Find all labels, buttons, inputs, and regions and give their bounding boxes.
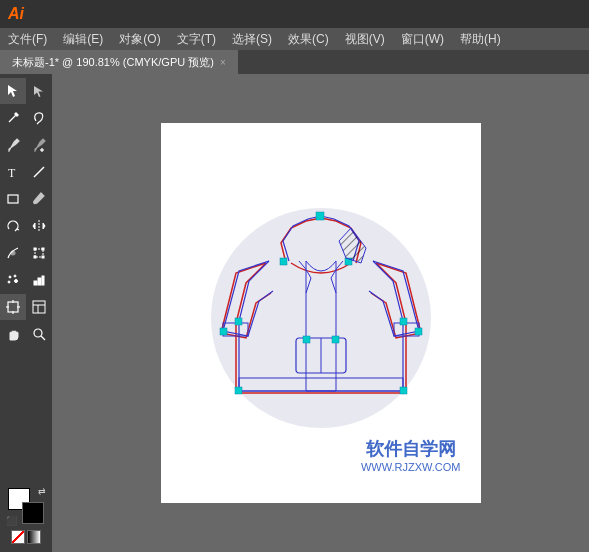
svg-rect-29 [33, 301, 45, 313]
svg-rect-47 [235, 387, 242, 394]
svg-point-34 [211, 208, 431, 428]
svg-rect-23 [42, 276, 44, 285]
svg-rect-45 [220, 328, 227, 335]
lasso-tool[interactable] [26, 105, 52, 131]
svg-point-18 [14, 275, 16, 277]
svg-point-20 [15, 280, 18, 283]
direct-selection-tool[interactable] [26, 78, 52, 104]
hand-tool[interactable] [0, 321, 26, 347]
menu-item[interactable]: 效果(C) [280, 29, 337, 50]
menu-bar: 文件(F)编辑(E)对象(O)文字(T)选择(S)效果(C)视图(V)窗口(W)… [0, 28, 589, 50]
reset-colors-icon[interactable]: ⬛ [6, 516, 17, 526]
menu-item[interactable]: 窗口(W) [393, 29, 452, 50]
title-bar: Ai [0, 0, 589, 28]
svg-rect-14 [42, 248, 44, 250]
svg-point-32 [34, 329, 42, 337]
add-anchor-tool[interactable] [26, 132, 52, 158]
svg-text:T: T [8, 166, 16, 179]
menu-item[interactable]: 文件(F) [0, 29, 55, 50]
svg-point-17 [9, 276, 11, 278]
color-mode-button[interactable] [11, 530, 25, 544]
canvas-area: 软件自学网 WWW.RJZXW.COM [52, 74, 589, 552]
menu-item[interactable]: 对象(O) [111, 29, 168, 50]
svg-rect-22 [38, 278, 41, 285]
artboard-tool[interactable] [0, 294, 26, 320]
watermark-text: 软件自学网 [361, 437, 461, 461]
stroke-fill-area[interactable]: ⇄ ⬛ [8, 488, 44, 524]
tab-bar: 未标题-1* @ 190.81% (CMYK/GPU 预览) × [0, 50, 589, 74]
slice-tool[interactable] [26, 294, 52, 320]
svg-point-19 [8, 281, 10, 283]
paintbrush-tool[interactable] [26, 186, 52, 212]
main-area: T [0, 74, 589, 552]
color-area: ⇄ ⬛ [8, 488, 44, 544]
menu-item[interactable]: 帮助(H) [452, 29, 509, 50]
svg-rect-7 [8, 195, 18, 203]
menu-item[interactable]: 编辑(E) [55, 29, 111, 50]
tab-label: 未标题-1* @ 190.81% (CMYK/GPU 预览) [12, 55, 214, 70]
column-graph-tool[interactable] [26, 267, 52, 293]
svg-rect-24 [8, 302, 18, 312]
zoom-tool[interactable] [26, 321, 52, 347]
svg-rect-44 [400, 318, 407, 325]
svg-marker-10 [43, 223, 45, 229]
svg-rect-46 [415, 328, 422, 335]
gradient-mode-button[interactable] [27, 530, 41, 544]
svg-rect-43 [235, 318, 242, 325]
svg-line-6 [34, 167, 44, 177]
tab-close-button[interactable]: × [220, 57, 226, 68]
menu-item[interactable]: 视图(V) [337, 29, 393, 50]
watermark: 软件自学网 WWW.RJZXW.COM [361, 437, 461, 473]
svg-rect-50 [332, 336, 339, 343]
symbol-sprayer-tool[interactable] [0, 267, 26, 293]
type-tool[interactable]: T [0, 159, 26, 185]
svg-rect-48 [400, 387, 407, 394]
svg-marker-0 [8, 85, 17, 97]
color-modes [11, 530, 41, 544]
selection-tool[interactable] [0, 78, 26, 104]
reflect-tool[interactable] [26, 213, 52, 239]
svg-rect-41 [280, 258, 287, 265]
svg-rect-16 [42, 256, 44, 258]
svg-marker-9 [33, 223, 35, 229]
swap-colors-icon[interactable]: ⇄ [38, 486, 46, 496]
magic-wand-tool[interactable] [0, 105, 26, 131]
active-tab[interactable]: 未标题-1* @ 190.81% (CMYK/GPU 预览) × [0, 50, 238, 74]
artboard: 软件自学网 WWW.RJZXW.COM [161, 123, 481, 503]
free-transform-tool[interactable] [26, 240, 52, 266]
menu-item[interactable]: 选择(S) [224, 29, 280, 50]
svg-rect-15 [34, 256, 36, 258]
watermark-url: WWW.RJZXW.COM [361, 461, 461, 473]
svg-point-11 [11, 251, 15, 255]
svg-rect-40 [316, 212, 324, 220]
svg-marker-1 [34, 86, 43, 97]
rectangle-tool[interactable] [0, 186, 26, 212]
svg-rect-13 [34, 248, 36, 250]
warp-tool[interactable] [0, 240, 26, 266]
svg-rect-49 [303, 336, 310, 343]
pen-tool[interactable] [0, 132, 26, 158]
stroke-color-box[interactable] [22, 502, 44, 524]
rotate-tool[interactable] [0, 213, 26, 239]
svg-line-33 [41, 336, 45, 340]
toolbar: T [0, 74, 52, 552]
hoodie-illustration [191, 163, 451, 463]
menu-item[interactable]: 文字(T) [169, 29, 224, 50]
svg-rect-21 [34, 281, 37, 285]
line-segment-tool[interactable] [26, 159, 52, 185]
ai-logo: Ai [8, 5, 24, 23]
